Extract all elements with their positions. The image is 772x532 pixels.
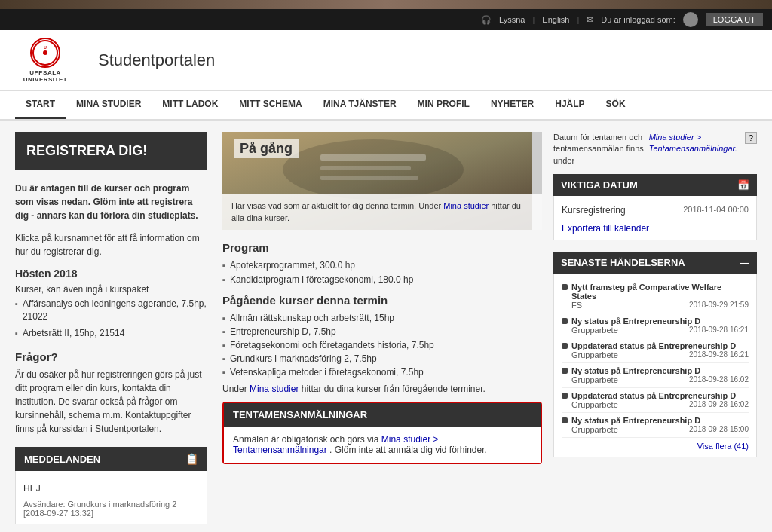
event-item-5: Uppdaterad status på Entrepreneurship D … (562, 388, 749, 413)
event-date-1: 2018-09-29 21:59 (689, 301, 749, 310)
logged-in-text: Du är inloggad som: (601, 15, 675, 24)
senaste-section: SENASTE HÄNDELSERNA — Nytt framsteg på C… (553, 252, 757, 457)
prog-icon-2: ▪ (222, 275, 225, 284)
ongoing-icon-5: ▪ (222, 368, 225, 377)
ongoing-name-5[interactable]: Vetenskapliga metoder i företagsekonomi,… (230, 367, 424, 378)
nav-mina-studier[interactable]: MINA STUDIER (66, 91, 152, 119)
event-date-5: 2018-09-28 16:02 (689, 400, 749, 409)
under-text: Under Mina studier hittar du dina kurser… (222, 384, 542, 394)
viktiga-datum-body: Kursregistrering 2018-11-04 00:00 Export… (553, 196, 757, 240)
event-title-4[interactable]: Ny status på Entrepreneurship D (571, 366, 749, 375)
courses-label: Kurser, kan även ingå i kurspaket (15, 284, 207, 295)
help-button[interactable]: ? (745, 132, 757, 144)
event-date-3: 2018-09-28 16:21 (689, 350, 749, 359)
faq-title: Frågor? (15, 350, 207, 363)
viktiga-datum-header: VIKTIGA DATUM 📅 (553, 174, 757, 196)
collapse-icon[interactable]: — (740, 257, 749, 268)
visa-fler: Visa flera (41) (562, 438, 749, 451)
info-note-link[interactable]: Mina studier > Tentamensanmälningar. (649, 132, 737, 155)
course-name-1[interactable]: Affärsanalys och ledningens agerande, 7.… (23, 298, 207, 323)
event-dot-1 (562, 284, 568, 290)
site-title: Studentportalen (98, 50, 215, 70)
nav-hjalp[interactable]: HJÄLP (544, 91, 595, 119)
ongoing-name-1[interactable]: Allmän rättskunskap och arbetsrätt, 15hp (230, 313, 394, 323)
event-dot-4 (562, 368, 568, 374)
event-item-2: Ny status på Entrepreneurship D Grupparb… (562, 313, 749, 338)
calendar-icon: 📅 (737, 179, 749, 191)
export-link[interactable]: Exportera till kalender (562, 223, 649, 234)
ongoing-icon-4: ▪ (222, 354, 225, 363)
senaste-header: SENASTE HÄNDELSERNA — (553, 252, 757, 274)
visa-fler-link[interactable]: Visa flera (41) (697, 442, 749, 451)
nav-mina-tjanster[interactable]: MINA TJÄNSTER (313, 91, 407, 119)
course-name-2[interactable]: Arbetsrätt II, 15hp, 21514 (23, 327, 124, 340)
course-icon-1: ▪ (15, 298, 18, 310)
program-item-1: ▪ Apotekarprogrammet, 300.0 hp (222, 260, 542, 271)
top-bar-right: 🎧 Lyssna | English | ✉ Du är inloggad so… (481, 12, 763, 27)
ongoing-item-3: ▪ Företagsekonomi och företagandets hist… (222, 340, 542, 350)
nav-start[interactable]: START (15, 91, 66, 119)
event-sub-4: Grupparbete (571, 375, 618, 384)
ongoing-item-4: ▪ Grundkurs i marknadsföring 2, 7.5hp (222, 353, 542, 364)
headphone-icon: 🎧 (481, 15, 492, 25)
logout-button[interactable]: LOGGA UT (706, 13, 763, 26)
register-title: REGISTRERA DIG! (26, 143, 196, 159)
messages-icon: 📋 (185, 453, 198, 465)
logo[interactable]: U UPPSALAUNIVERSITET (15, 38, 75, 83)
left-click-text: Klicka på kursnamnet för att få informat… (15, 231, 207, 258)
listen-label[interactable]: Lyssna (499, 15, 525, 24)
pa-gang-overlay: Här visas vad som är aktuellt för dig de… (222, 194, 542, 230)
ongoing-icon-3: ▪ (222, 341, 225, 350)
event-sub-3: Grupparbete (571, 350, 618, 359)
messages-title: MEDDELANDEN (24, 454, 100, 465)
event-item-4: Ny status på Entrepreneurship D Grupparb… (562, 363, 749, 388)
english-link[interactable]: English (542, 15, 569, 24)
pa-gang-title: På gång (234, 139, 299, 158)
msg-sender: Avsändare: Grundkurs i marknadsföring 2 … (23, 500, 199, 518)
event-title-6[interactable]: Ny status på Entrepreneurship D (571, 416, 749, 425)
viktiga-datum-title: VIKTIGA DATUM (561, 179, 638, 191)
ongoing-name-3[interactable]: Företagsekonomi och företagandets histor… (230, 340, 434, 350)
messages-section: MEDDELANDEN 📋 HEJ Avsändare: Grundkurs i… (15, 447, 207, 524)
event-title-5[interactable]: Uppdaterad status på Entrepreneurship D (571, 391, 749, 400)
svg-rect-6 (320, 166, 411, 170)
top-bar: 🎧 Lyssna | English | ✉ Du är inloggad so… (0, 9, 772, 30)
ongoing-icon-2: ▪ (222, 327, 225, 336)
faq-text: Är du osäker på hur registreringen görs … (15, 368, 207, 436)
event-item-6: Ny status på Entrepreneurship D Grupparb… (562, 413, 749, 438)
event-title-2[interactable]: Ny status på Entrepreneurship D (571, 316, 749, 326)
program-item-2: ▪ Kandidatprogram i företagsekonomi, 180… (222, 274, 542, 285)
datum-label-1: Kursregistrering (562, 205, 626, 216)
event-title-3[interactable]: Uppdaterad status på Entrepreneurship D (571, 341, 749, 350)
event-sub-2: Grupparbete (571, 326, 618, 335)
event-item-1: Nytt framsteg på Comparative Welfare Sta… (562, 280, 749, 313)
envelope-icon: ✉ (587, 15, 593, 25)
faq-box: Frågor? Är du osäker på hur registrering… (15, 350, 207, 436)
prog-name-2[interactable]: Kandidatprogram i företagsekonomi, 180.0… (230, 274, 414, 285)
nav-mitt-schema[interactable]: MITT SCHEMA (228, 91, 312, 119)
event-dot-3 (562, 343, 568, 349)
senaste-title: SENASTE HÄNDELSERNA (561, 257, 685, 268)
ongoing-item-2: ▪ Entrepreneurship D, 7.5hp (222, 326, 542, 337)
viktiga-datum-section: VIKTIGA DATUM 📅 Kursregistrering 2018-11… (553, 174, 757, 240)
messages-body: HEJ Avsändare: Grundkurs i marknadsförin… (15, 471, 207, 524)
nav-sok[interactable]: SÖK (596, 91, 636, 119)
ongoing-icon-1: ▪ (222, 313, 225, 323)
export-link-wrapper: Exportera till kalender (562, 222, 749, 234)
ongoing-name-2[interactable]: Entrepreneurship D, 7.5hp (230, 326, 336, 337)
event-date-2: 2018-09-28 16:21 (689, 326, 749, 335)
event-sub-1: FS (571, 301, 582, 310)
prog-name-1[interactable]: Apotekarprogrammet, 300.0 hp (230, 260, 355, 271)
mina-studier-link-1[interactable]: Mina studier (443, 201, 489, 210)
event-title-1[interactable]: Nytt framsteg på Comparative Welfare Sta… (571, 283, 749, 301)
center-column: På gång Här visas vad som är aktuellt fö… (222, 132, 542, 524)
nav-min-profil[interactable]: MIN PROFIL (407, 91, 480, 119)
info-note: Datum för tentamen och tentamensanmälan … (553, 132, 757, 167)
nav-mitt-ladok[interactable]: MITT LADOK (152, 91, 228, 119)
header: U UPPSALAUNIVERSITET Studentportalen (0, 30, 772, 91)
mina-studier-link-2[interactable]: Mina studier (250, 384, 299, 394)
ongoing-name-4[interactable]: Grundkurs i marknadsföring 2, 7.5hp (230, 353, 377, 364)
tentamen-header: TENTAMENSANMÄLNINGAR (224, 403, 541, 427)
event-date-4: 2018-09-28 16:02 (689, 375, 749, 384)
nav-nyheter[interactable]: NYHETER (480, 91, 544, 119)
